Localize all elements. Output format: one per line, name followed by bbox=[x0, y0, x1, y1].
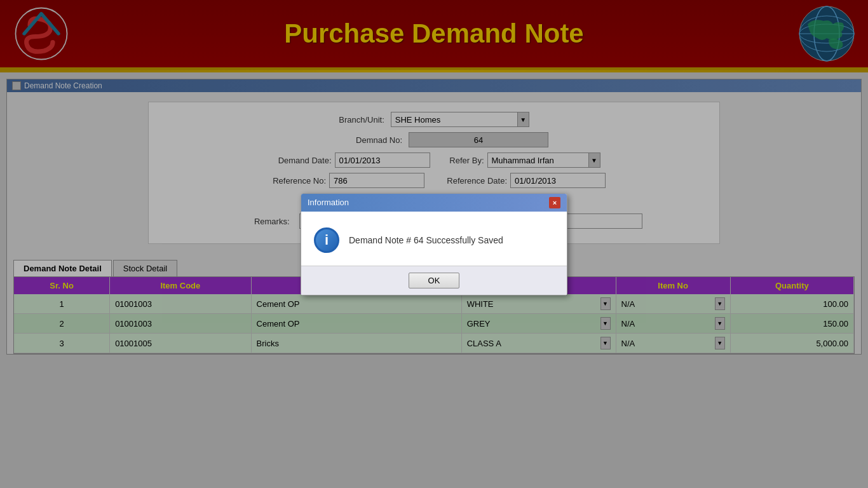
modal-close-button[interactable]: × bbox=[549, 197, 560, 208]
modal-message: Demand Note # 64 Successfully Saved bbox=[349, 235, 503, 245]
modal-title: Information bbox=[308, 198, 349, 207]
modal-body: i Demand Note # 64 Successfully Saved bbox=[301, 212, 567, 266]
ok-button[interactable]: OK bbox=[409, 273, 460, 288]
information-dialog: Information × i Demand Note # 64 Success… bbox=[301, 193, 567, 295]
modal-title-bar: Information × bbox=[301, 194, 567, 212]
modal-overlay: Information × i Demand Note # 64 Success… bbox=[0, 0, 868, 488]
info-icon: i bbox=[314, 227, 339, 253]
modal-footer: OK bbox=[301, 266, 567, 295]
